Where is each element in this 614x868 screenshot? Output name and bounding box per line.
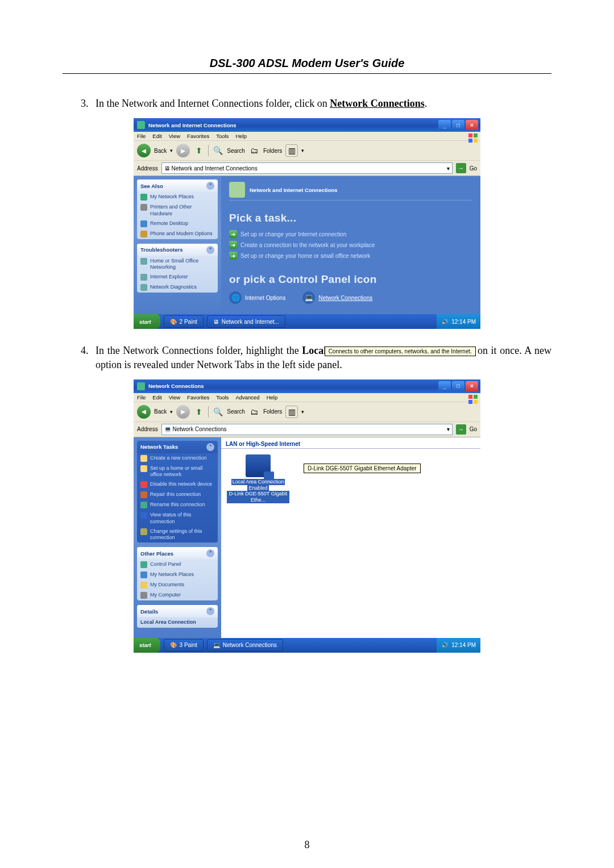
maximize-button[interactable]: □ (452, 381, 464, 391)
start-button[interactable]: start (134, 314, 160, 329)
sidebar-item-ie[interactable]: Internet Explorer (137, 272, 218, 282)
back-label: Back (154, 148, 167, 154)
svg-rect-3 (474, 139, 478, 143)
task-repair[interactable]: Repair this connection (137, 490, 218, 500)
troubleshooters-header[interactable]: Troubleshooters ˄ (137, 244, 218, 256)
other-mynetplaces[interactable]: My Network Places (137, 570, 218, 580)
sidebar-item-printers[interactable]: Printers and Other Hardware (137, 202, 218, 219)
back-button[interactable]: ◄ (137, 405, 151, 419)
go-button[interactable]: → (456, 163, 466, 173)
minimize-button[interactable]: _ (438, 381, 451, 391)
label: Set up a home or small office network (150, 465, 214, 478)
task-home-network[interactable]: ➜Set up or change your home or small off… (229, 252, 472, 260)
task-change-settings[interactable]: Change settings of this connection (137, 527, 218, 543)
label: Printers and Other Hardware (150, 204, 214, 217)
chevron-down-icon[interactable]: ▾ (447, 165, 450, 172)
window-title: Network Connections (148, 383, 204, 389)
task-create-connection[interactable]: Create a new connection (137, 453, 218, 464)
other-mycomputer[interactable]: My Computer (137, 590, 218, 600)
chevron-up-icon[interactable]: ˄ (206, 246, 214, 254)
menu-advanced[interactable]: Advanced (235, 394, 259, 400)
task-setup-homenet[interactable]: Set up a home or small office network (137, 464, 218, 480)
folders-icon[interactable]: 🗂 (248, 406, 260, 418)
details-header[interactable]: Details ˅ (137, 605, 218, 617)
start-button[interactable]: start (134, 638, 160, 653)
titlebar[interactable]: Network Connections _ □ × (134, 379, 480, 393)
menu-help[interactable]: Help (267, 394, 278, 400)
svg-rect-1 (474, 133, 478, 137)
menu-help[interactable]: Help (235, 133, 247, 139)
task-disable[interactable]: Disable this network device (137, 479, 218, 490)
chevron-down-icon[interactable]: ˅ (206, 607, 214, 615)
chevron-up-icon[interactable]: ˄ (206, 549, 214, 557)
label: Internet Options (245, 295, 285, 301)
sidebar-item-homenet[interactable]: Home or Small Office Networking (137, 256, 218, 273)
menu-favorites[interactable]: Favorites (187, 133, 209, 139)
menu-tools[interactable]: Tools (216, 394, 229, 400)
computer-icon (140, 592, 147, 599)
label: Set up or change your home or small offi… (240, 253, 370, 259)
places-icon (140, 194, 147, 201)
menu-file[interactable]: File (137, 394, 146, 400)
sidebar-item-netdiag[interactable]: Network Diagnostics (137, 282, 218, 293)
other-control-panel[interactable]: Control Panel (137, 560, 218, 570)
menu-tools[interactable]: Tools (216, 133, 229, 139)
sidebar-item-remote[interactable]: Remote Desktop (137, 219, 218, 229)
details-title: Details (140, 608, 158, 615)
window-body: Network Tasks ˄ Create a new connection … (134, 437, 480, 638)
icon-area: Local Area Connection Enabled D-Link DGE… (221, 449, 480, 509)
menu-file[interactable]: File (137, 133, 146, 139)
system-tray[interactable]: 🔊12:14 PM (437, 638, 480, 653)
taskbar-app-paint[interactable]: 🎨2 Paint (164, 315, 204, 328)
titlebar[interactable]: Network and Internet Connections _ □ × (134, 118, 480, 132)
cp-network-connections[interactable]: 💻Network Connections (302, 291, 372, 304)
task-rename[interactable]: Rename this connection (137, 500, 218, 510)
sidebar-item-mynetplaces[interactable]: My Network Places (137, 192, 218, 202)
label: My Documents (150, 582, 184, 588)
chevron-up-icon[interactable]: ˄ (206, 182, 214, 190)
folders-icon[interactable]: 🗂 (248, 145, 260, 156)
other-mydocs[interactable]: My Documents (137, 580, 218, 590)
other-places-header[interactable]: Other Places ˄ (137, 547, 218, 560)
line3: D-Link DGE-550T Gigabit Ethe... (227, 491, 289, 503)
close-button[interactable]: × (466, 381, 478, 391)
paint-icon: 🎨 (170, 319, 177, 325)
see-also-header[interactable]: See Also ˄ (137, 180, 218, 192)
task-status[interactable]: View status of this connection (137, 510, 218, 527)
menu-edit[interactable]: Edit (152, 394, 161, 400)
chevron-down-icon[interactable]: ▾ (447, 426, 450, 432)
see-also-title: See Also (140, 183, 163, 189)
maximize-button[interactable]: □ (452, 120, 464, 130)
forward-button[interactable]: ► (176, 144, 190, 157)
search-icon[interactable]: 🔍 (212, 406, 223, 418)
forward-button[interactable]: ► (176, 405, 190, 419)
views-icon[interactable]: ▥ (285, 144, 298, 157)
close-button[interactable]: × (466, 120, 478, 130)
network-tasks-header[interactable]: Network Tasks ˄ (137, 441, 218, 453)
window-icon (137, 121, 145, 129)
up-icon[interactable]: ⬆ (193, 145, 205, 156)
cp-internet-options[interactable]: 🌐Internet Options (229, 291, 285, 304)
taskbar-app-network[interactable]: 🖥Network and Internet... (207, 315, 285, 328)
views-icon[interactable]: ▥ (285, 406, 298, 418)
menu-view[interactable]: View (169, 133, 180, 139)
address-input[interactable]: 💻 Network Connections ▾ (161, 424, 453, 435)
task-setup-internet[interactable]: ➜Set up or change your Internet connecti… (229, 230, 472, 238)
task-workplace[interactable]: ➜Create a connection to the network at y… (229, 241, 472, 249)
menu-favorites[interactable]: Favorites (187, 394, 209, 400)
search-icon[interactable]: 🔍 (212, 145, 223, 156)
sidebar-item-phone[interactable]: Phone and Modem Options (137, 229, 218, 239)
category-title: Network and Internet Connections (250, 187, 338, 193)
go-button[interactable]: → (456, 424, 466, 435)
system-tray[interactable]: 🔊12:14 PM (437, 314, 480, 329)
chevron-up-icon[interactable]: ˄ (206, 443, 214, 451)
taskbar-app-network[interactable]: 💻Network Connections (207, 639, 283, 652)
taskbar-app-paint[interactable]: 🎨3 Paint (164, 639, 204, 652)
menu-edit[interactable]: Edit (152, 133, 161, 139)
address-input[interactable]: 🖥 Network and Internet Connections ▾ (161, 162, 453, 174)
minimize-button[interactable]: _ (438, 120, 451, 130)
up-icon[interactable]: ⬆ (193, 406, 205, 418)
menu-view[interactable]: View (169, 394, 180, 400)
back-button[interactable]: ◄ (137, 144, 151, 157)
local-area-connection-icon[interactable]: Local Area Connection Enabled D-Link DGE… (227, 454, 289, 503)
